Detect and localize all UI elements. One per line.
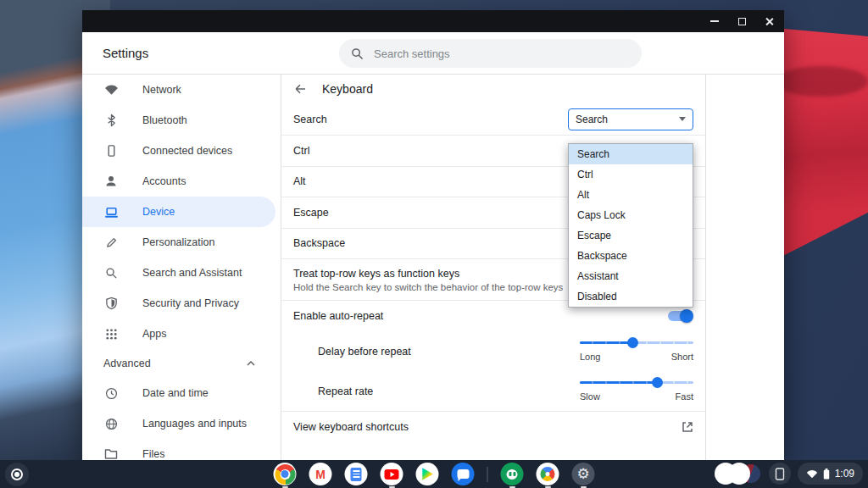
dropdown-option-search[interactable]: Search: [569, 144, 693, 164]
shelf-play-store-icon[interactable]: [416, 463, 439, 485]
slider-track[interactable]: [580, 381, 693, 384]
clock-time: 1:09: [835, 468, 854, 480]
system-tray[interactable]: 1:09: [798, 463, 863, 485]
auto-repeat-label: Enable auto-repeat: [293, 310, 383, 322]
back-button[interactable]: [293, 82, 307, 96]
shelf-photos-icon[interactable]: [537, 463, 559, 485]
sidebar-item-label: Files: [142, 448, 164, 460]
shelf-hangouts-icon[interactable]: [501, 463, 524, 485]
close-button[interactable]: [760, 14, 777, 29]
shelf-settings-icon[interactable]: ⚙: [572, 463, 595, 485]
dropdown-option-escape[interactable]: Escape: [569, 225, 693, 246]
notification-bubble: [728, 463, 750, 485]
phone-hub-button[interactable]: [769, 463, 791, 485]
key-row-search: Search Search: [281, 103, 705, 135]
shortcuts-label: View keyboard shortcuts: [293, 421, 409, 433]
delay-before-repeat-row: Delay before repeat Long Short: [281, 331, 705, 371]
globe-icon: [103, 416, 119, 431]
minimize-button[interactable]: [706, 14, 723, 29]
slider-max-label: Short: [671, 352, 693, 362]
sidebar-advanced-toggle[interactable]: Advanced: [82, 349, 281, 378]
slider-knob[interactable]: [652, 377, 663, 388]
sidebar-item-device[interactable]: Device: [82, 197, 275, 227]
caret-down-icon: [679, 117, 686, 121]
status-area: 1:09: [715, 463, 863, 485]
shelf-messages-icon[interactable]: [452, 463, 475, 485]
delay-slider[interactable]: Long Short: [580, 341, 693, 362]
slider-max-label: Fast: [676, 391, 693, 402]
sidebar-item-personalization[interactable]: Personalization: [82, 227, 281, 258]
sidebar-item-connected-devices[interactable]: Connected devices: [82, 136, 281, 166]
shield-icon: [103, 296, 119, 311]
search-key-select[interactable]: Search: [568, 108, 693, 130]
select-value: Search: [576, 114, 608, 125]
sidebar-item-search-assistant[interactable]: Search and Assistant: [82, 258, 281, 288]
apps-grid-icon: [103, 326, 119, 341]
maximize-icon: [738, 18, 746, 25]
key-row-label: Backspace: [293, 237, 345, 249]
slider-min-label: Slow: [580, 391, 600, 402]
shelf-apps: M ⚙: [274, 463, 595, 485]
key-row-label: Alt: [293, 175, 306, 187]
delay-label: Delay before repeat: [318, 346, 411, 358]
sidebar-item-accounts[interactable]: Accounts: [82, 166, 281, 197]
shelf: M ⚙ 1:09: [0, 460, 868, 488]
wifi-icon: [103, 82, 119, 97]
settings-header: Settings: [82, 32, 784, 75]
phone-hub-icon: [775, 468, 785, 480]
sidebar-item-files[interactable]: Files: [82, 439, 281, 460]
bluetooth-icon: [103, 113, 119, 128]
slider-min-label: Long: [580, 352, 600, 362]
pen-icon: [103, 235, 119, 250]
slider-track[interactable]: [580, 341, 693, 344]
person-icon: [103, 174, 119, 189]
wifi-status-icon: [806, 469, 818, 479]
search-input[interactable]: [374, 47, 630, 60]
dropdown-option-disabled[interactable]: Disabled: [569, 286, 693, 307]
shelf-docs-icon[interactable]: [345, 463, 368, 485]
shelf-gmail-icon[interactable]: M: [309, 463, 332, 485]
sidebar-item-label: Languages and inputs: [142, 418, 247, 430]
slider-fill: [580, 381, 657, 384]
search-icon: [351, 47, 364, 60]
sidebar-item-label: Personalization: [142, 236, 214, 248]
sidebar-item-network[interactable]: Network: [82, 75, 281, 105]
maximize-button[interactable]: [733, 14, 750, 29]
sidebar-item-apps[interactable]: Apps: [82, 319, 281, 349]
sidebar-item-bluetooth[interactable]: Bluetooth: [82, 105, 281, 136]
key-row-label: Escape: [293, 207, 329, 219]
search-key-dropdown-menu: Search Ctrl Alt Caps Lock Escape Backspa…: [568, 143, 693, 308]
sidebar-item-label: Accounts: [142, 175, 186, 187]
sidebar-item-label: Bluetooth: [142, 114, 187, 126]
dropdown-option-assistant[interactable]: Assistant: [569, 266, 693, 286]
sidebar-item-label: Search and Assistant: [142, 267, 242, 279]
dropdown-option-caps-lock[interactable]: Caps Lock: [569, 205, 693, 225]
sidebar-item-languages-inputs[interactable]: Languages and inputs: [82, 408, 281, 439]
sidebar-item-label: Network: [142, 84, 181, 96]
dropdown-option-ctrl[interactable]: Ctrl: [569, 164, 693, 185]
shelf-chrome-icon[interactable]: [274, 463, 297, 485]
dropdown-option-backspace[interactable]: Backspace: [569, 246, 693, 266]
rate-label: Repeat rate: [318, 385, 373, 397]
repeat-rate-slider[interactable]: Slow Fast: [580, 381, 693, 402]
function-keys-title: Treat top-row keys as function keys: [293, 268, 563, 280]
slider-knob[interactable]: [627, 337, 638, 348]
auto-repeat-toggle[interactable]: [668, 311, 692, 321]
sidebar-item-date-time[interactable]: Date and time: [82, 378, 281, 408]
sidebar-item-security-privacy[interactable]: Security and Privacy: [82, 288, 281, 319]
settings-sidebar: Network Bluetooth Connected devices Acco…: [82, 75, 281, 460]
launcher-icon: [11, 469, 23, 480]
settings-search[interactable]: [339, 39, 642, 68]
page-title: Settings: [103, 46, 148, 60]
wallpaper-red-shape: [775, 0, 868, 280]
sidebar-item-label: Date and time: [142, 387, 209, 399]
dropdown-option-alt[interactable]: Alt: [569, 185, 693, 205]
clock-icon: [103, 385, 119, 401]
launcher-button[interactable]: [5, 463, 29, 486]
view-shortcuts-row[interactable]: View keyboard shortcuts: [281, 411, 705, 442]
key-row-label: Ctrl: [293, 145, 309, 157]
sidebar-item-label: Security and Privacy: [142, 297, 239, 309]
shelf-youtube-icon[interactable]: [381, 463, 403, 485]
key-row-label: Search: [293, 114, 327, 125]
notification-bubbles[interactable]: [715, 463, 762, 485]
